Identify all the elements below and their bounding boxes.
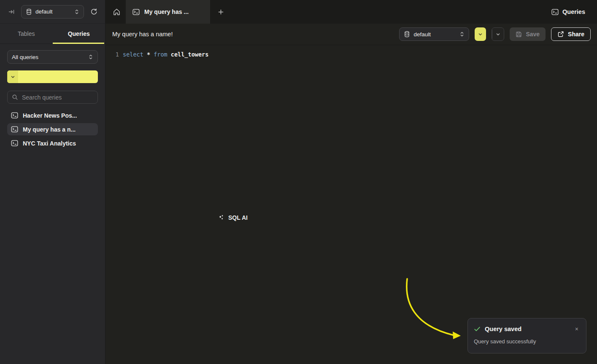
query-terminal-icon [132, 9, 140, 15]
chevron-down-icon [11, 75, 15, 79]
collapse-sidebar-icon [8, 8, 15, 15]
run-button[interactable]: Run [475, 27, 486, 41]
database-icon [404, 31, 410, 38]
home-button[interactable] [111, 5, 122, 18]
queries-panel-label: Queries [562, 8, 585, 15]
collapse-sidebar-button[interactable] [5, 5, 18, 18]
search-icon [12, 94, 18, 100]
sidebar-tab-tables-label: Tables [18, 30, 35, 37]
refresh-button[interactable] [87, 5, 100, 18]
query-terminal-icon [11, 140, 18, 146]
query-filter-select[interactable]: All queries [7, 50, 98, 64]
query-list-item-label: Hacker News Pos... [23, 112, 77, 119]
toast-title: Query saved [485, 326, 569, 332]
query-list-item-label: NYC Taxi Analytics [23, 140, 76, 147]
database-selector[interactable]: default [21, 5, 84, 19]
share-label: Share [568, 31, 584, 38]
search-queries-box [7, 91, 98, 104]
line-number: 1 [113, 50, 119, 59]
query-list-item[interactable]: Hacker News Pos... [7, 109, 98, 121]
share-icon [557, 31, 564, 38]
sidebar-tab-queries[interactable]: Queries [53, 24, 105, 43]
new-tab-button[interactable] [214, 5, 227, 18]
query-list-item[interactable]: NYC Taxi Analytics [7, 137, 98, 149]
new-query-dropdown[interactable] [7, 70, 18, 83]
new-query-button[interactable]: New query [7, 70, 98, 83]
query-title: My query has a name! [112, 31, 173, 38]
check-icon [474, 326, 481, 332]
query-terminal-icon [11, 112, 18, 119]
home-icon [113, 8, 121, 16]
sidebar-header: default [0, 0, 105, 24]
sidebar-tab-queries-label: Queries [68, 30, 90, 37]
query-toolbar: My query has a name! default [106, 24, 597, 45]
refresh-icon [90, 8, 97, 15]
sidebar-tab-tables[interactable]: Tables [0, 24, 53, 43]
toolbar-database-value: default [413, 31, 456, 38]
tab-label: My query has ... [144, 8, 189, 15]
toast-query-saved: Query saved × Query saved successfully [467, 318, 586, 353]
save-label: Save [526, 31, 540, 38]
chevron-down-icon [478, 32, 483, 37]
chevron-updown-icon [459, 31, 465, 37]
chevron-updown-icon [74, 9, 79, 15]
tab-strip: My query has ... Queries [105, 0, 597, 24]
queries-panel-button[interactable]: Queries [551, 0, 597, 24]
save-button[interactable]: Save [510, 27, 546, 41]
toast-message: Query saved successfully [474, 338, 580, 345]
sidebar-tabs: Tables Queries [0, 24, 105, 44]
query-list-item[interactable]: My query has a n... [7, 123, 98, 135]
database-icon [26, 8, 32, 15]
sidebar: Tables Queries All queries New query [0, 24, 105, 364]
toolbar-database-selector[interactable]: default [399, 27, 469, 41]
top-bar: default [0, 0, 597, 24]
queries-terminal-icon [551, 9, 559, 15]
chevron-down-icon [496, 32, 500, 37]
query-list-item-label: My query has a n... [23, 126, 76, 133]
saved-queries-list: Hacker News Pos... My query has a n... [7, 109, 98, 149]
query-filter-value: All queries [12, 54, 85, 60]
save-floppy-icon [516, 31, 522, 38]
tab-my-query[interactable]: My query has ... [126, 0, 210, 24]
chevron-updown-icon [88, 54, 93, 60]
sql-ai-dropdown[interactable] [492, 28, 504, 40]
run-options-dropdown[interactable] [475, 27, 486, 41]
query-terminal-icon [11, 126, 18, 132]
share-button[interactable]: Share [551, 27, 591, 41]
plus-icon [218, 9, 224, 15]
sql-ai-button[interactable]: SQL AI [492, 27, 504, 41]
main-panel: My query has a name! default [106, 24, 597, 364]
toast-close-button[interactable]: × [573, 325, 580, 333]
database-selector-value: default [35, 8, 71, 15]
search-queries-input[interactable] [22, 94, 98, 101]
